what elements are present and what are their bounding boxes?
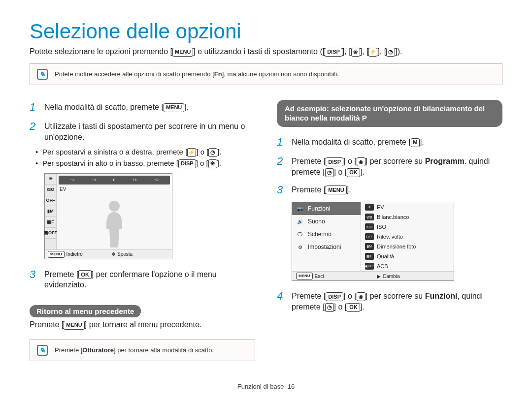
step-number: 1 bbox=[30, 100, 38, 115]
bullet-lr: Per spostarvi a sinistra o a destra, pre… bbox=[42, 148, 255, 157]
submenu-iso: ISOISO bbox=[361, 222, 454, 232]
return-text: Premete [MENU] per tornare al menu prece… bbox=[30, 320, 255, 330]
side-icon: ▣OFF bbox=[45, 228, 56, 239]
ev-tick: −1 bbox=[92, 178, 96, 182]
ok-key: OK bbox=[347, 168, 360, 177]
footer-page-number: 16 bbox=[288, 383, 295, 390]
intro-sep3: ], [ bbox=[377, 47, 386, 56]
menu-key: MENU bbox=[64, 321, 84, 330]
exit-label: Esci bbox=[315, 274, 324, 279]
rs4-m2: ] per scorrere su bbox=[366, 292, 425, 300]
note1-post: ], ma alcune opzioni non sono disponibil… bbox=[222, 70, 339, 78]
step-number: 3 bbox=[30, 267, 38, 290]
rs2-post: ]. bbox=[360, 168, 365, 176]
footer-section: Funzioni di base bbox=[237, 383, 284, 390]
example-banner: Ad esempio: selezionate un'opzione di bi… bbox=[277, 100, 502, 127]
camera-icon: 📷 bbox=[296, 205, 304, 213]
funzioni-bold: Funzioni bbox=[425, 292, 458, 300]
submenu-acb: ▣OFFACB bbox=[361, 261, 454, 271]
change-label: Cambia bbox=[383, 274, 399, 279]
submenu-label: ISO bbox=[377, 224, 386, 230]
intro-text: Potete selezionare le opzioni premendo [… bbox=[30, 47, 502, 57]
step-body: Utilizzate i tasti di spostamento per sc… bbox=[44, 119, 255, 142]
submenu-label: ACB bbox=[377, 263, 388, 269]
lcd-sidebar: ☀ ISO OFF ▮M ▦F ▣OFF bbox=[45, 174, 57, 249]
menu-item-funzioni: 📷 Funzioni bbox=[292, 202, 361, 215]
macro-icon: ❀ bbox=[357, 157, 366, 166]
intro-end: ]). bbox=[395, 47, 402, 56]
note-icon: ✎ bbox=[37, 345, 48, 356]
b1-mid: ] o [ bbox=[196, 148, 208, 156]
ev-tick: +1 bbox=[133, 178, 137, 182]
submenu-label: Dimensione foto bbox=[377, 244, 416, 249]
menu-right-pane: ☀EV WBBilanc.bianco ISOISO OFFRilev. vol… bbox=[361, 202, 454, 271]
person-silhouette-icon bbox=[100, 198, 129, 247]
rs1-post: ]. bbox=[420, 138, 424, 146]
b2-pre: Per spostarvi in alto o in basso, premet… bbox=[42, 159, 178, 167]
side-icon: ☀ bbox=[45, 174, 56, 185]
menu-label: Funzioni bbox=[308, 205, 330, 212]
menu-key: MENU bbox=[164, 103, 184, 112]
s1-pre: Nella modalità di scatto, premete [ bbox=[44, 103, 164, 111]
menu-item-suono: 🔊 Suono bbox=[292, 215, 361, 228]
svg-point-0 bbox=[109, 201, 120, 212]
note-text: Potete inoltre accedere alle opzioni di … bbox=[55, 70, 339, 78]
step-body: Premete [DISP] o [❀] per scorrere su Pro… bbox=[292, 154, 502, 177]
menu-key: MENU bbox=[48, 251, 65, 258]
lcd-menu-footer: MENU Esci ▶ Cambia bbox=[292, 271, 454, 280]
lcd-footer: MENU Indietro ✥ Sposta bbox=[45, 249, 172, 259]
ok-key: OK bbox=[347, 303, 360, 312]
step-body: Nella modalità di scatto, premete [M]. bbox=[292, 135, 424, 150]
right-step4: 4 Premete [DISP] o [❀] per scorrere su F… bbox=[277, 289, 502, 312]
flash-icon: ⚡ bbox=[368, 48, 377, 57]
iso-icon: ISO bbox=[365, 223, 374, 230]
rs4-post: ]. bbox=[360, 303, 365, 311]
monitor-icon: 🖵 bbox=[296, 230, 304, 238]
rs3-post: ]. bbox=[347, 185, 351, 194]
rs4-pre: Premete [ bbox=[292, 292, 326, 300]
step-number: 3 bbox=[277, 183, 286, 197]
b2-mid: ] o [ bbox=[196, 159, 208, 167]
rs3-pre: Premete [ bbox=[292, 185, 326, 194]
menu-label: Suono bbox=[308, 218, 325, 225]
intro-mid: ] e utilizzando i tasti di spostamento (… bbox=[193, 47, 325, 56]
disp-key: DISP bbox=[326, 157, 343, 166]
b1-pre: Per spostarvi a sinistra o a destra, pre… bbox=[42, 148, 187, 156]
menu-key: MENU bbox=[326, 185, 346, 194]
rs2-m1: ] o [ bbox=[343, 157, 357, 165]
wb-icon: WB bbox=[365, 214, 374, 220]
face-icon: OFF bbox=[365, 233, 374, 240]
timer-icon: ◔ bbox=[386, 48, 395, 57]
submenu-quality: ▦FQualità bbox=[361, 251, 454, 261]
menu-item-impostazioni: ⚙ Impostazioni bbox=[292, 241, 361, 253]
submenu-label: Rilev. volto bbox=[377, 234, 403, 240]
step-body: Premete [DISP] o [❀] per scorrere su Fun… bbox=[292, 289, 502, 312]
bullet-ud: Per spostarvi in alto o in basso, premet… bbox=[42, 159, 255, 168]
note-fn-box: ✎ Potete inoltre accedere alle opzioni d… bbox=[30, 63, 502, 85]
left-step3: 3 Premete [OK] per confermare l'opzione … bbox=[30, 267, 255, 290]
step-number: 2 bbox=[277, 154, 286, 177]
ok-key: OK bbox=[78, 270, 92, 279]
rt-post: ] per tornare al menu precedente. bbox=[85, 320, 201, 329]
right-step2: 2 Premete [DISP] o [❀] per scorrere su P… bbox=[277, 154, 502, 177]
rt-pre: Premete [ bbox=[30, 320, 64, 329]
note2-text: Premete [Otturatore] per tornare alla mo… bbox=[55, 346, 214, 354]
lcd-ev-screen: ☀ ISO OFF ▮M ▦F ▣OFF −2 −1 0 +1 +2 EV bbox=[44, 173, 172, 259]
disp-key: DISP bbox=[325, 48, 342, 57]
step-number: 2 bbox=[30, 119, 38, 142]
gear-icon: ⚙ bbox=[296, 243, 304, 251]
menu-key: MENU bbox=[172, 48, 193, 57]
step-number: 4 bbox=[277, 289, 286, 312]
note-icon: ✎ bbox=[37, 69, 48, 80]
disp-key: DISP bbox=[178, 159, 196, 168]
ev-tick: 0 bbox=[113, 178, 115, 182]
step-body: Premete [MENU]. bbox=[292, 183, 351, 197]
shutter-key: Otturatore bbox=[82, 346, 114, 354]
n2-post: ] per tornare alla modalità di scatto. bbox=[114, 346, 214, 354]
macro-icon: ❀ bbox=[351, 48, 360, 57]
disp-key: DISP bbox=[326, 292, 343, 301]
menu-key: MENU bbox=[296, 273, 313, 279]
submenu-label: EV bbox=[377, 204, 384, 210]
right-step1: 1 Nella modalità di scatto, premete [M]. bbox=[277, 135, 502, 150]
submenu-face: OFFRilev. volto bbox=[361, 232, 454, 242]
